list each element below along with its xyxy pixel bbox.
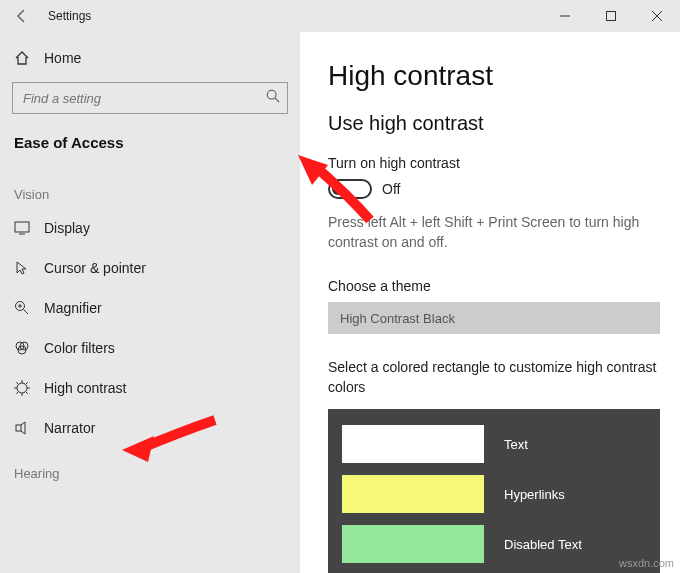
sidebar-item-magnifier[interactable]: Magnifier — [0, 288, 300, 328]
color-filters-icon — [14, 340, 30, 356]
toggle-state-label: Off — [382, 181, 400, 197]
color-row-text[interactable]: Text — [338, 419, 650, 469]
maximize-button[interactable] — [588, 0, 634, 32]
search-icon — [266, 89, 280, 107]
narrator-icon — [14, 420, 30, 436]
group-hearing: Hearing — [0, 448, 300, 487]
minimize-button[interactable] — [542, 0, 588, 32]
sidebar-item-display[interactable]: Display — [0, 208, 300, 248]
magnifier-icon — [14, 300, 30, 316]
back-icon[interactable] — [14, 8, 30, 24]
search-field[interactable] — [12, 82, 288, 114]
high-contrast-toggle[interactable] — [328, 179, 372, 199]
main-panel: High contrast Use high contrast Turn on … — [300, 32, 680, 573]
section-heading: Use high contrast — [328, 112, 680, 135]
svg-line-20 — [16, 382, 18, 384]
svg-line-21 — [26, 392, 28, 394]
color-grid: Text Hyperlinks Disabled Text — [328, 409, 660, 573]
watermark: wsxdn.com — [619, 557, 674, 569]
swatch-text — [342, 425, 484, 463]
svg-line-9 — [24, 310, 29, 315]
sidebar-item-label: Magnifier — [44, 300, 102, 316]
swatch-disabled — [342, 525, 484, 563]
swatch-label: Disabled Text — [504, 537, 582, 552]
close-button[interactable] — [634, 0, 680, 32]
group-vision: Vision — [0, 169, 300, 208]
svg-line-22 — [26, 382, 28, 384]
display-icon — [14, 220, 30, 236]
theme-dropdown[interactable]: High Contrast Black — [328, 302, 660, 334]
svg-rect-1 — [607, 12, 616, 21]
theme-selected: High Contrast Black — [340, 311, 455, 326]
sidebar-item-label: Cursor & pointer — [44, 260, 146, 276]
swatch-hyperlinks — [342, 475, 484, 513]
swatch-label: Hyperlinks — [504, 487, 565, 502]
color-row-hyperlinks[interactable]: Hyperlinks — [338, 469, 650, 519]
sidebar-item-cursor[interactable]: Cursor & pointer — [0, 248, 300, 288]
color-row-disabled[interactable]: Disabled Text — [338, 519, 650, 569]
toggle-field-label: Turn on high contrast — [328, 155, 680, 171]
search-input[interactable] — [12, 82, 288, 114]
sidebar-item-label: Narrator — [44, 420, 95, 436]
sidebar-item-color-filters[interactable]: Color filters — [0, 328, 300, 368]
svg-rect-6 — [15, 222, 29, 232]
cursor-icon — [14, 260, 30, 276]
page-title: High contrast — [328, 60, 680, 92]
titlebar: Settings — [0, 0, 680, 32]
sidebar: Home Ease of Access Vision Display Curso… — [0, 32, 300, 573]
toggle-knob — [332, 183, 344, 195]
shortcut-help-text: Press left Alt + left Shift + Print Scre… — [328, 213, 658, 252]
customize-desc: Select a colored rectangle to customize … — [328, 358, 668, 397]
window-title: Settings — [48, 9, 91, 23]
sidebar-item-label: Display — [44, 220, 90, 236]
home-icon — [14, 50, 30, 66]
svg-line-5 — [275, 98, 279, 102]
high-contrast-icon — [14, 380, 30, 396]
sidebar-item-high-contrast[interactable]: High contrast — [0, 368, 300, 408]
sidebar-item-label: High contrast — [44, 380, 126, 396]
svg-rect-24 — [16, 425, 21, 431]
sidebar-item-label: Color filters — [44, 340, 115, 356]
swatch-label: Text — [504, 437, 528, 452]
svg-line-23 — [16, 392, 18, 394]
svg-point-4 — [267, 90, 276, 99]
sidebar-home[interactable]: Home — [0, 40, 300, 76]
category-heading: Ease of Access — [0, 128, 300, 169]
home-label: Home — [44, 50, 81, 66]
theme-label: Choose a theme — [328, 278, 680, 294]
sidebar-item-narrator[interactable]: Narrator — [0, 408, 300, 448]
